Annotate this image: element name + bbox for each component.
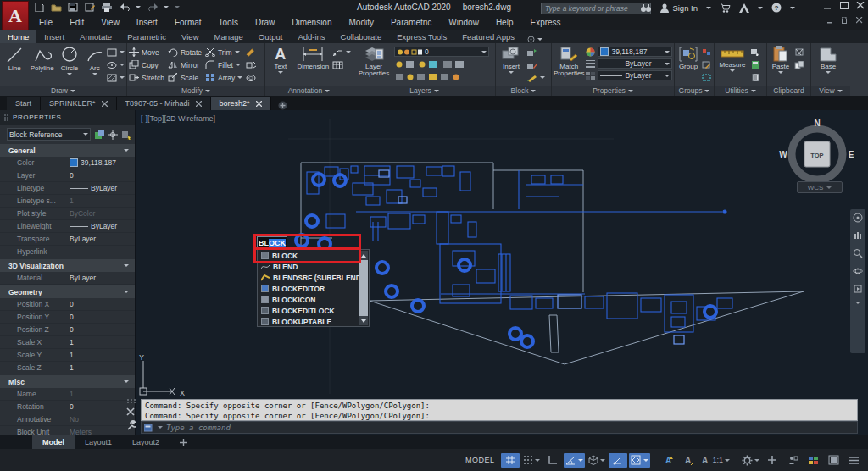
prop-row-scale-y[interactable]: Scale Y1 [0,349,135,362]
quick-calc-button[interactable] [750,59,760,70]
menu-file[interactable]: File [31,15,61,30]
suggestion-blockicon[interactable]: BLOCKICON [258,294,369,305]
close-tab-icon[interactable] [256,101,262,107]
prop-row-annotative[interactable]: AnnotativeNo [0,413,135,426]
object-snap-toggle[interactable] [629,453,650,468]
navigation-wheel-icon[interactable] [853,213,863,223]
ribbon-display-toggle[interactable] [527,36,542,43]
annotation-monitor-button[interactable] [763,453,782,468]
menu-edit[interactable]: Edit [61,15,92,30]
suggestion-blockeditlock[interactable]: BLOCKEDITLOCK [258,305,369,316]
prop-row-color[interactable]: Color39,118,187 [0,157,135,169]
quick-select-palette-icon[interactable] [121,130,132,140]
base-button[interactable]: Base [813,45,843,74]
rectangle-tool-button[interactable] [107,47,125,58]
menu-parametric[interactable]: Parametric [382,15,440,30]
leader-tool-button[interactable] [332,47,351,58]
model-space-button[interactable]: MODEL [460,453,500,468]
annotation-panel-label[interactable]: Annotation [265,86,353,96]
command-tool-icon[interactable] [144,424,154,432]
table-tool-button[interactable] [332,59,351,70]
section-misc[interactable]: Misc [0,375,135,388]
text-dropdown-icon[interactable] [278,71,283,74]
layer-tools-row-1[interactable] [394,58,487,69]
command-input[interactable]: Type a command [141,421,858,434]
move-button[interactable]: Move [129,47,164,58]
isolate-objects-button[interactable] [783,453,802,468]
lineweight-combo[interactable]: ByLayer [598,58,672,69]
polar-tracking-toggle[interactable] [564,453,585,468]
doc-tab-start[interactable]: Start [7,97,41,110]
menu-window[interactable]: Window [440,15,487,30]
close-button[interactable] [856,2,865,9]
menu-dimension[interactable]: Dimension [283,15,340,30]
layer-properties-button[interactable]: Layer Properties [355,45,392,78]
prop-row-transparency[interactable]: Transpare...ByLayer [0,233,135,246]
ribbon-tab-view[interactable]: View [174,30,206,43]
menu-draw[interactable]: Draw [247,15,283,30]
menu-help[interactable]: Help [487,15,522,30]
edit-block-button[interactable] [526,59,545,70]
rotate-button[interactable]: Rotate [168,47,202,58]
group-button[interactable]: Group [676,45,700,70]
maximize-button[interactable] [840,2,849,9]
redo-dropdown-icon[interactable] [164,6,169,8]
section-3d-visualization[interactable]: 3D Visualization [0,259,135,272]
array-button[interactable]: Array [205,72,242,83]
ribbon-tab-collaborate[interactable]: Collaborate [333,30,390,43]
create-block-button[interactable] [526,47,545,58]
circle-button[interactable]: Circle [57,45,82,75]
prop-row-material[interactable]: MaterialByLayer [0,272,135,285]
search-binoculars-icon[interactable] [640,3,652,13]
open-folder-icon[interactable] [51,3,62,12]
command-history[interactable]: Command: Specify opposite corner or [Fen… [141,399,858,421]
doc-minimize-button[interactable] [827,17,836,25]
select-objects-icon[interactable] [108,130,118,140]
layer-select-combo[interactable]: 0 [394,47,489,57]
autocad-logo-icon[interactable]: A [2,1,29,31]
group-bounding-button[interactable] [702,72,711,83]
object-type-combo[interactable]: Block Reference [7,128,91,141]
close-tab-icon[interactable] [196,101,202,107]
save-as-icon[interactable] [85,3,96,12]
menu-express[interactable]: Express [521,15,569,30]
new-file-icon[interactable] [34,3,45,12]
prop-row-position-z[interactable]: Position Z0 [0,324,135,336]
app-store-cart-icon[interactable] [720,3,731,13]
insert-dropdown-icon[interactable] [509,71,514,74]
workspace-switching-button[interactable] [740,453,761,468]
section-geometry[interactable]: Geometry [0,285,135,298]
ribbon-tab-parametric[interactable]: Parametric [120,30,174,43]
properties-panel-label[interactable]: Properties [552,86,674,96]
doc-tab-sprinkler[interactable]: SPRINKLER* [41,97,117,110]
menu-modify[interactable]: Modify [341,15,382,30]
clean-screen-button[interactable] [824,453,843,468]
paste-dropdown-icon[interactable] [778,71,783,74]
customize-wrench-icon[interactable] [126,420,136,431]
match-properties-button[interactable]: Match Properties [554,45,584,78]
pan-icon[interactable] [853,230,863,241]
ribbon-tab-home[interactable]: Home [0,30,36,43]
customization-button[interactable] [844,453,863,468]
redo-icon[interactable] [147,3,158,12]
modify-panel-label[interactable]: Modify [127,86,264,96]
cut-button[interactable] [794,47,804,58]
prop-row-linetype-scale[interactable]: Linetype s...1 [0,195,135,208]
object-color-combo[interactable]: 39,118,187 [598,47,672,57]
sign-in-button[interactable]: Sign In [660,3,698,13]
prop-row-hyperlink[interactable]: Hyperlink [0,246,135,258]
doc-tab-t8907[interactable]: T8907-05 - Mirhadi [117,97,211,110]
help-icon[interactable]: ? [771,3,782,13]
scroll-down-icon[interactable] [359,316,368,325]
menu-tools[interactable]: Tools [210,15,247,30]
arc-dropdown-icon[interactable] [92,73,97,75]
prop-row-layer[interactable]: Layer0 [0,169,135,182]
layout2-tab[interactable]: Layout2 [122,435,170,449]
offset-tool-button[interactable] [246,72,257,83]
recent-commands-icon[interactable] [158,426,163,429]
utilities-panel-label[interactable]: Utilities [715,86,766,96]
close-tab-icon[interactable] [102,101,108,107]
qat-customize-icon[interactable] [175,6,180,8]
object-snap-tracking-toggle[interactable] [609,453,627,468]
menu-format[interactable]: Format [166,15,210,30]
